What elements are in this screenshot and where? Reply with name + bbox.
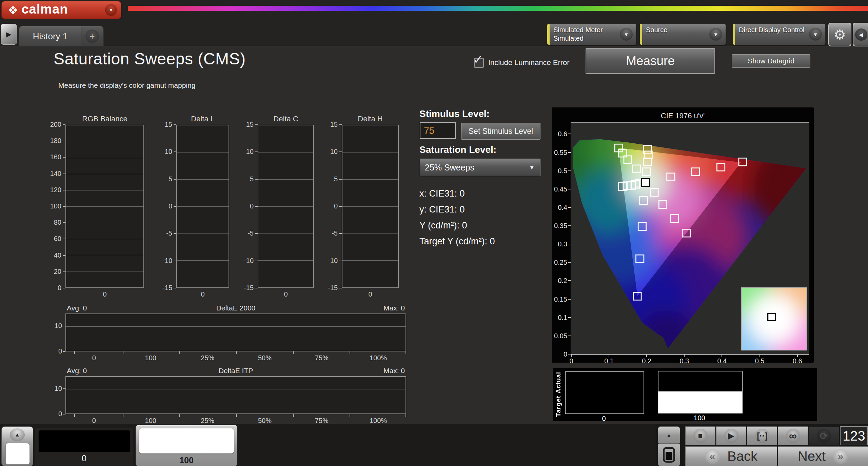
y-tick-label: 140	[50, 170, 61, 178]
chart-title: DeltaE 2000	[65, 304, 406, 312]
refresh-button-disabled[interactable]: ⟳	[809, 426, 839, 445]
y-tick-mark	[63, 157, 65, 158]
gridline	[258, 234, 313, 234]
y-tick-label: 0.15	[554, 295, 567, 303]
max-value: Max: 0	[383, 367, 405, 375]
dock-up-button[interactable]: ▲	[658, 426, 680, 443]
play-button[interactable]: ▶	[716, 426, 746, 445]
single-measure-button[interactable]: [··]	[747, 426, 777, 445]
calman-logo-menu-button[interactable]: ❖ calman ▼	[1, 1, 121, 19]
chart-x-axis: 010025%50%75%100%	[65, 354, 406, 364]
y-tick-mark	[255, 233, 258, 234]
x-tick-mark	[350, 414, 350, 417]
meter-dropdown[interactable]: Simulated Meter Simulated ▼	[547, 23, 636, 45]
x-tick-mark	[797, 354, 798, 357]
gridline	[177, 260, 229, 261]
continuous-measure-button[interactable]: ∞	[778, 426, 808, 445]
gear-icon: ⚙	[834, 27, 846, 42]
y-tick-label: 0.2	[558, 277, 567, 285]
x-tick-label: 0	[92, 354, 96, 362]
yellow-status-bar	[733, 24, 735, 45]
gridline	[177, 206, 229, 207]
readout-x-cie31: x: CIE31: 0	[419, 188, 465, 199]
y-tick-label: 0.35	[554, 222, 567, 230]
source-dropdown[interactable]: Source ▼	[639, 23, 726, 45]
x-tick-mark	[293, 414, 294, 417]
scroll-up-button[interactable]: ▲	[10, 428, 25, 441]
settings-button[interactable]: ⚙	[828, 23, 851, 46]
chevron-down-icon[interactable]: ▼	[105, 4, 117, 16]
display-control-dropdown[interactable]: Direct Display Control ▼	[732, 23, 826, 45]
collapse-panel-button[interactable]: ◀	[853, 23, 868, 46]
measured-patches-panel: Actual Target 0 100	[553, 368, 817, 421]
patch-100-label: 100	[658, 414, 741, 422]
y-tick-label: 0.55	[554, 148, 567, 156]
gridline	[66, 255, 143, 255]
chart-title: Delta C	[258, 115, 314, 125]
chart-body: 151050-5-10-15	[324, 125, 399, 288]
y-tick-mark	[63, 190, 65, 190]
y-tick-mark	[339, 124, 342, 125]
y-tick-label: 200	[50, 121, 61, 128]
y-tick-mark	[568, 189, 571, 189]
expand-tabs-button[interactable]: ▶	[1, 24, 17, 45]
x-tick-label: 25%	[201, 354, 214, 362]
next-button[interactable]: Next »	[778, 446, 868, 466]
y-tick-mark	[63, 388, 65, 389]
y-tick-label: 0	[58, 284, 61, 292]
pattern-control-bar: ▲ 0 100 ▲ ■ ▶ [··] ∞	[0, 424, 868, 466]
y-tick-mark	[174, 233, 176, 234]
y-tick-mark	[568, 244, 571, 244]
calman-logo-text: calman	[21, 2, 68, 17]
readout-target-luminance: Target Y (cd/m²): 0	[419, 236, 495, 247]
include-luminance-label[interactable]: Include Luminance Error	[488, 58, 570, 67]
y-tick-mark	[63, 239, 65, 239]
double-chevron-left-icon: «	[705, 449, 720, 464]
window-icon	[663, 447, 675, 463]
add-tab-button[interactable]: +	[81, 26, 103, 46]
gridline	[66, 389, 406, 389]
patch-100-swatch	[658, 371, 743, 413]
y-tick-label: 0.5	[558, 167, 567, 175]
tab-history-1[interactable]: History 1	[19, 26, 81, 46]
stop-button[interactable]: ■	[685, 426, 715, 445]
infinity-icon: ∞	[786, 429, 800, 443]
y-tick-label: 0	[58, 347, 62, 355]
x-tick-mark	[293, 351, 294, 354]
chevron-down-icon[interactable]: ▼	[809, 28, 822, 41]
y-tick-mark	[568, 280, 571, 281]
y-tick-label: -15	[244, 284, 254, 292]
set-stimulus-level-button[interactable]: Set Stimulus Level	[461, 123, 540, 140]
current-pattern-preview[interactable]	[5, 443, 30, 465]
gridline	[66, 206, 143, 207]
chevron-down-icon[interactable]: ▼	[709, 28, 722, 41]
saturation-level-dropdown[interactable]: 25% Sweeps ▼	[420, 159, 540, 176]
y-tick-label: 0.05	[554, 332, 567, 340]
show-datagrid-button[interactable]: Show Datagrid	[732, 54, 810, 68]
play-icon: ▶	[724, 429, 738, 443]
y-tick-mark	[568, 134, 571, 134]
stimulus-level-input[interactable]: 75	[420, 122, 456, 139]
target-row-label: Target	[555, 395, 562, 418]
y-tick-mark	[63, 351, 65, 352]
y-tick-mark	[339, 288, 342, 288]
x-tick-mark	[609, 354, 609, 357]
chart-body: 100	[51, 376, 406, 414]
y-tick-label: 5	[169, 175, 172, 183]
chevron-down-icon[interactable]: ▼	[620, 28, 633, 41]
y-tick-label: 0.45	[554, 185, 567, 193]
pattern-card-0[interactable]: 0	[35, 428, 133, 466]
gridline	[342, 153, 398, 153]
y-tick-mark	[339, 206, 342, 207]
back-button[interactable]: « Back	[685, 446, 777, 466]
x-tick-label: 100%	[370, 354, 387, 362]
chart-body: 100	[51, 313, 406, 351]
y-tick-mark	[63, 271, 65, 272]
y-tick-label: 60	[54, 235, 61, 243]
gridline	[177, 179, 229, 180]
pattern-card-100[interactable]: 100	[136, 425, 237, 466]
pattern-window-button[interactable]	[658, 443, 680, 466]
y-tick-label: 180	[50, 137, 61, 145]
stop-icon: ■	[693, 429, 708, 443]
measure-button[interactable]: Measure	[586, 48, 715, 74]
